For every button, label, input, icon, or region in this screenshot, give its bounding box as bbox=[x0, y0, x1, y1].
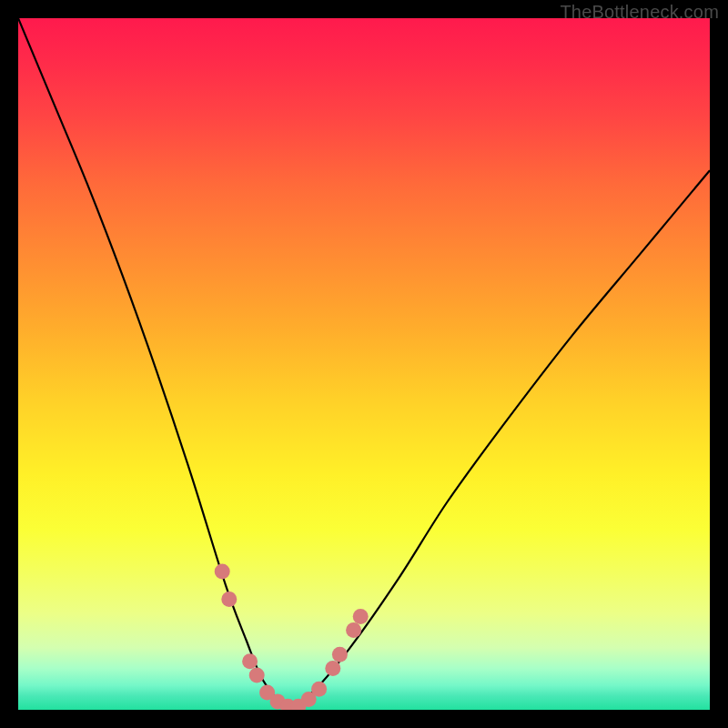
curve-marker bbox=[242, 653, 258, 669]
curve-marker bbox=[249, 668, 265, 683]
curve-marker bbox=[215, 564, 230, 580]
watermark-text: TheBottleneck.com bbox=[560, 2, 719, 23]
plot-area bbox=[18, 18, 710, 710]
curve-marker bbox=[221, 592, 237, 607]
bottleneck-curve-path bbox=[18, 18, 710, 710]
chart-frame: TheBottleneck.com bbox=[0, 0, 728, 728]
curve-marker bbox=[325, 661, 340, 676]
curve-marker bbox=[346, 622, 361, 638]
curve-marker bbox=[311, 682, 327, 697]
bottleneck-curve-svg bbox=[18, 18, 710, 710]
curve-marker bbox=[332, 647, 348, 662]
curve-markers bbox=[215, 564, 369, 711]
curve-marker bbox=[353, 609, 369, 624]
